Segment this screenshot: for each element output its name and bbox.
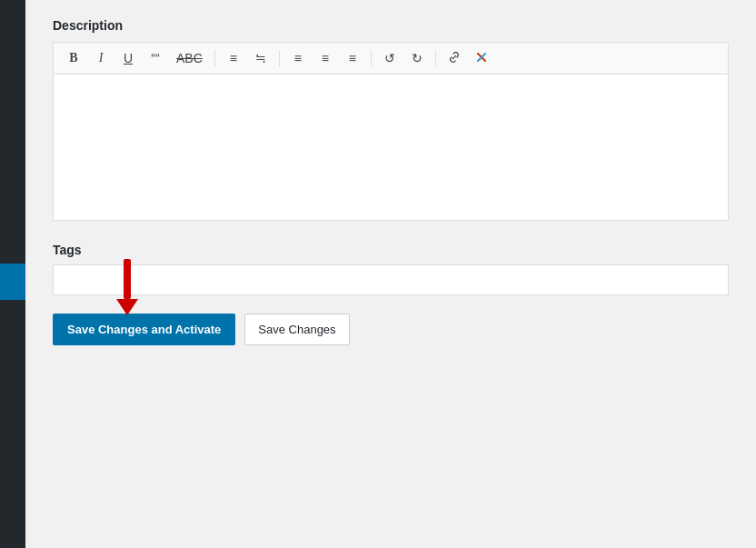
arrow-head — [116, 299, 138, 315]
save-changes-button[interactable]: Save Changes — [244, 314, 349, 345]
sidebar-accent — [0, 264, 25, 300]
align-left-icon: ≡ — [294, 52, 302, 65]
strikethrough-icon: ABC — [176, 52, 203, 65]
ordered-list-icon: ≒ — [255, 52, 266, 65]
blockquote-icon: ““ — [151, 52, 159, 65]
redo-button[interactable]: ↻ — [406, 49, 428, 67]
toolbar-divider-2 — [279, 50, 280, 66]
buttons-row: Save Changes and Activate Save Changes — [53, 314, 729, 345]
arrow-shaft — [124, 259, 131, 299]
toolbar-divider-3 — [371, 50, 372, 66]
main-content: Description B I U ““ ABC ≡ ≒ — [25, 0, 756, 548]
undo-button[interactable]: ↺ — [379, 49, 401, 67]
unordered-list-button[interactable]: ≡ — [223, 49, 244, 67]
strikethrough-button[interactable]: ABC — [172, 49, 207, 67]
remove-format-icon — [475, 51, 488, 65]
save-changes-activate-button[interactable]: Save Changes and Activate — [53, 314, 235, 345]
blockquote-button[interactable]: ““ — [144, 49, 166, 67]
align-right-button[interactable]: ≡ — [342, 49, 363, 67]
undo-icon: ↺ — [384, 52, 395, 65]
toolbar-divider-4 — [435, 50, 436, 66]
tags-section: Tags — [53, 243, 729, 295]
remove-format-button[interactable] — [471, 48, 492, 68]
bold-button[interactable]: B — [63, 49, 85, 67]
editor-toolbar: B I U ““ ABC ≡ ≒ ≡ — [54, 43, 728, 75]
align-center-icon: ≡ — [322, 52, 329, 65]
editor-wrapper: B I U ““ ABC ≡ ≒ ≡ — [53, 42, 729, 221]
tags-label: Tags — [53, 243, 729, 257]
underline-icon: U — [124, 52, 133, 65]
italic-icon: I — [99, 52, 104, 65]
editor-body[interactable] — [54, 75, 728, 220]
link-button[interactable] — [443, 48, 465, 68]
align-right-icon: ≡ — [349, 52, 356, 65]
align-center-button[interactable]: ≡ — [314, 49, 336, 67]
bold-icon: B — [69, 52, 77, 65]
redo-icon: ↻ — [412, 52, 423, 65]
underline-button[interactable]: U — [117, 49, 139, 67]
sidebar — [0, 0, 25, 548]
tags-input[interactable] — [53, 264, 729, 295]
align-left-button[interactable]: ≡ — [287, 49, 309, 67]
unordered-list-icon: ≡ — [230, 52, 237, 65]
toolbar-divider-1 — [214, 50, 215, 66]
description-label: Description — [53, 18, 729, 33]
link-icon — [448, 51, 461, 65]
italic-button[interactable]: I — [90, 49, 112, 67]
ordered-list-button[interactable]: ≒ — [250, 49, 272, 67]
arrow-indicator — [116, 259, 138, 315]
